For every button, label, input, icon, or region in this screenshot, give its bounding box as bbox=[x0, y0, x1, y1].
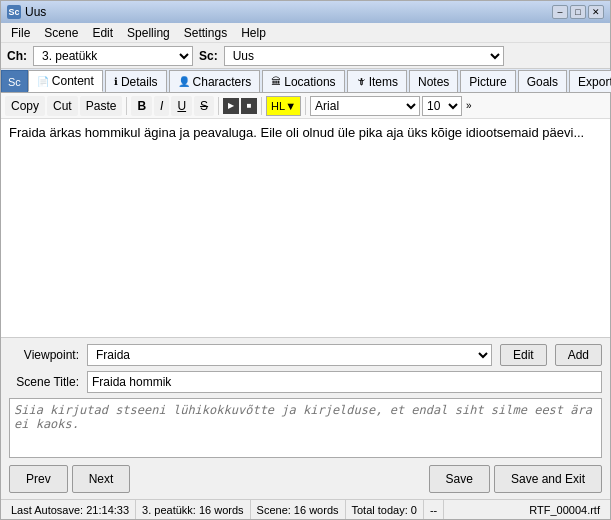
chapter-dropdown[interactable]: 3. peatükk bbox=[33, 46, 193, 66]
copy-button[interactable]: Copy bbox=[5, 96, 45, 116]
scene-title-input[interactable] bbox=[87, 371, 602, 393]
viewpoint-label: Viewpoint: bbox=[9, 348, 79, 362]
scene-dropdown[interactable]: Uus bbox=[224, 46, 504, 66]
add-viewpoint-button[interactable]: Add bbox=[555, 344, 602, 366]
tab-details[interactable]: ℹ Details bbox=[105, 70, 167, 92]
viewpoint-row: Viewpoint: Fraida Edit Add bbox=[9, 344, 602, 366]
prev-button[interactable]: Prev bbox=[9, 465, 68, 493]
italic-button[interactable]: I bbox=[154, 96, 169, 116]
description-textarea[interactable] bbox=[9, 398, 602, 458]
status-filename: RTF_00004.rtf bbox=[523, 500, 606, 519]
title-bar-controls: – □ ✕ bbox=[552, 5, 604, 19]
app-icon: Sc bbox=[7, 5, 21, 19]
tab-exporting[interactable]: Exporting bbox=[569, 70, 611, 92]
bold-button[interactable]: B bbox=[131, 96, 152, 116]
status-bar: Last Autosave: 21:14:33 3. peatükk: 16 w… bbox=[1, 499, 610, 519]
highlight-button[interactable]: HL▼ bbox=[266, 96, 301, 116]
sc-label: Sc: bbox=[199, 49, 218, 63]
chapter-scene-toolbar: Ch: 3. peatükk Sc: Uus bbox=[1, 43, 610, 69]
locations-tab-icon: 🏛 bbox=[271, 76, 281, 87]
menu-scene[interactable]: Scene bbox=[38, 24, 84, 42]
save-button[interactable]: Save bbox=[429, 465, 490, 493]
format-bar: Copy Cut Paste B I U S ▶ ■ HL▼ Arial 10 … bbox=[1, 93, 610, 119]
scene-title-row: Scene Title: bbox=[9, 371, 602, 393]
divider-2 bbox=[218, 97, 219, 115]
divider-3 bbox=[261, 97, 262, 115]
paste-button[interactable]: Paste bbox=[80, 96, 123, 116]
maximize-button[interactable]: □ bbox=[570, 5, 586, 19]
divider-4 bbox=[305, 97, 306, 115]
menu-settings[interactable]: Settings bbox=[178, 24, 233, 42]
items-tab-icon: 🗡 bbox=[356, 76, 366, 87]
status-separator: -- bbox=[424, 500, 444, 519]
tab-characters[interactable]: 👤 Characters bbox=[169, 70, 261, 92]
viewpoint-dropdown[interactable]: Fraida bbox=[87, 344, 492, 366]
tab-locations[interactable]: 🏛 Locations bbox=[262, 70, 344, 92]
save-exit-button[interactable]: Save and Exit bbox=[494, 465, 602, 493]
action-buttons-row: Prev Next Save Save and Exit bbox=[9, 465, 602, 493]
window-title: Uus bbox=[25, 5, 46, 19]
bottom-panel: Viewpoint: Fraida Edit Add Scene Title: … bbox=[1, 338, 610, 499]
content-text: Fraida ärkas hommikul ägina ja peavaluga… bbox=[9, 125, 584, 140]
status-chapter: 3. peatükk: 16 words bbox=[136, 500, 251, 519]
main-window: Sc Uus – □ ✕ File Scene Edit Spelling Se… bbox=[0, 0, 611, 520]
characters-tab-icon: 👤 bbox=[178, 76, 190, 87]
menu-bar: File Scene Edit Spelling Settings Help bbox=[1, 23, 610, 43]
tab-notes[interactable]: Notes bbox=[409, 70, 458, 92]
title-bar: Sc Uus – □ ✕ bbox=[1, 1, 610, 23]
toolbar-scroll-arrow[interactable]: » bbox=[464, 98, 474, 113]
menu-file[interactable]: File bbox=[5, 24, 36, 42]
status-scene: Scene: 16 words bbox=[251, 500, 346, 519]
play-button[interactable]: ▶ bbox=[223, 98, 239, 114]
status-today: Total today: 0 bbox=[346, 500, 424, 519]
tab-picture[interactable]: Picture bbox=[460, 70, 515, 92]
ch-label: Ch: bbox=[7, 49, 27, 63]
font-size-selector[interactable]: 10 bbox=[422, 96, 462, 116]
stop-button[interactable]: ■ bbox=[241, 98, 257, 114]
save-buttons: Save Save and Exit bbox=[429, 465, 602, 493]
edit-viewpoint-button[interactable]: Edit bbox=[500, 344, 547, 366]
tab-content[interactable]: 📄 Content bbox=[28, 70, 103, 92]
next-button[interactable]: Next bbox=[72, 465, 131, 493]
scene-title-label: Scene Title: bbox=[9, 375, 79, 389]
cut-button[interactable]: Cut bbox=[47, 96, 78, 116]
tab-bar: Sc 📄 Content ℹ Details 👤 Characters 🏛 Lo… bbox=[1, 69, 610, 93]
title-bar-left: Sc Uus bbox=[7, 5, 46, 19]
menu-spelling[interactable]: Spelling bbox=[121, 24, 176, 42]
status-autosave: Last Autosave: 21:14:33 bbox=[5, 500, 136, 519]
menu-help[interactable]: Help bbox=[235, 24, 272, 42]
content-tab-icon: 📄 bbox=[37, 76, 49, 87]
font-selector[interactable]: Arial bbox=[310, 96, 420, 116]
close-button[interactable]: ✕ bbox=[588, 5, 604, 19]
strikethrough-button[interactable]: S bbox=[194, 96, 214, 116]
tab-goals[interactable]: Goals bbox=[518, 70, 567, 92]
tab-items[interactable]: 🗡 Items bbox=[347, 70, 407, 92]
minimize-button[interactable]: – bbox=[552, 5, 568, 19]
nav-buttons: Prev Next bbox=[9, 465, 130, 493]
tab-sc-icon[interactable]: Sc bbox=[1, 70, 28, 92]
content-editor[interactable]: Fraida ärkas hommikul ägina ja peavaluga… bbox=[1, 119, 610, 338]
menu-edit[interactable]: Edit bbox=[86, 24, 119, 42]
divider-1 bbox=[126, 97, 127, 115]
details-tab-icon: ℹ bbox=[114, 76, 118, 87]
underline-button[interactable]: U bbox=[171, 96, 192, 116]
